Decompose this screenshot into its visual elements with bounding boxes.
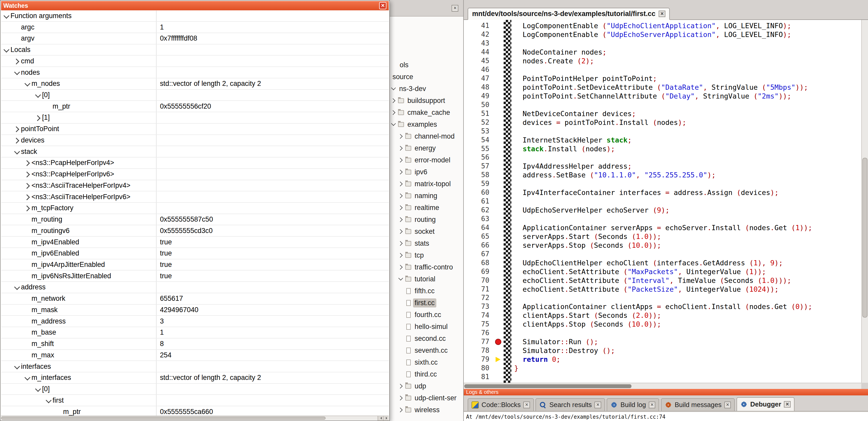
expand-arrow-icon[interactable] [391,97,398,104]
expand-arrow-icon[interactable] [398,169,405,175]
watch-row[interactable]: <ns3::PcapHelperForIpv4> [1,158,389,169]
expand-arrow-icon[interactable] [398,252,405,259]
tree-item-cmake-cache[interactable]: cmake_cache [390,107,463,119]
watch-row[interactable]: m_shift8 [1,338,389,350]
watch-row[interactable]: pointToPoint [1,124,389,135]
editor-markers[interactable] [493,20,504,383]
marker-cell[interactable] [493,48,504,57]
watch-row[interactable]: address [1,282,389,293]
tree-item-channel-mod[interactable]: channel-mod [390,131,463,142]
marker-cell[interactable] [493,136,504,144]
editor-hscrollbar[interactable] [464,383,861,389]
collapse-arrow-icon[interactable] [3,46,10,54]
expand-arrow-icon[interactable] [398,204,405,211]
marker-cell[interactable] [493,259,504,267]
tree-item-fourth-cc[interactable]: fourth.cc [390,309,463,321]
marker-cell[interactable] [493,118,504,127]
watches-hscrollbar[interactable] [1,416,389,420]
tree-item-socket[interactable]: socket [390,226,463,238]
tab-close-icon[interactable] [594,401,601,408]
expand-arrow-icon[interactable] [24,193,32,201]
expand-arrow-icon[interactable] [398,228,405,235]
marker-cell[interactable] [493,206,504,215]
scroll-left-arrow-icon[interactable] [378,416,383,420]
marker-cell[interactable] [493,302,504,311]
marker-cell[interactable] [493,267,504,276]
expand-arrow-icon[interactable] [24,204,32,212]
expand-arrow-icon[interactable] [398,395,405,401]
expand-arrow-icon[interactable] [391,109,398,116]
logs-tab-build-log[interactable]: Build log [607,398,659,411]
tree-item-seventh-cc[interactable]: seventh.cc [390,345,463,356]
tree-item-stats[interactable]: stats [390,238,463,250]
marker-cell[interactable] [493,101,504,109]
editor[interactable]: 4142434445464748495051525354555657585960… [464,20,861,383]
watch-row[interactable]: m_ipv6NsRsJitterEnabledtrue [1,270,389,282]
expand-arrow-icon[interactable] [24,182,32,189]
tree-item-first-cc[interactable]: first.cc [390,297,463,309]
logs-tab-search-results[interactable]: Search results [535,398,605,411]
expand-arrow-icon[interactable] [13,136,21,144]
watch-row[interactable]: <ns3::PcapHelperForIpv6> [1,169,389,180]
watch-row[interactable]: nodes [1,67,389,78]
expand-arrow-icon[interactable] [34,114,42,122]
expand-arrow-icon[interactable] [398,145,405,152]
marker-cell[interactable] [493,232,504,241]
watch-row[interactable]: m_ipv4Enabledtrue [1,237,389,248]
expand-arrow-icon[interactable] [398,407,405,414]
marker-cell[interactable] [493,250,504,259]
watch-row[interactable]: m_max254 [1,350,389,361]
watch-row[interactable]: cmd [1,56,389,67]
collapse-arrow-icon[interactable] [13,284,21,291]
watch-row[interactable]: m_ptr0x55555556cf20 [1,101,389,112]
expand-arrow-icon[interactable] [398,181,405,188]
marker-cell[interactable] [493,329,504,337]
marker-cell[interactable] [493,22,504,30]
marker-cell[interactable] [493,92,504,101]
collapse-arrow-icon[interactable] [13,68,21,76]
tree-item-naming[interactable]: naming [390,190,463,202]
watch-row[interactable]: Function arguments [1,10,389,22]
collapse-arrow-icon[interactable] [13,362,21,370]
tree-item-error-model[interactable]: error-model [390,154,463,166]
collapse-arrow-icon[interactable] [34,385,42,393]
watch-row[interactable]: m_base1 [1,327,389,338]
watch-row[interactable]: argv0x7fffffffdf08 [1,33,389,44]
watch-row[interactable]: interfaces [1,361,389,373]
watches-hscroll-thumb[interactable] [1,417,325,420]
marker-cell[interactable] [493,337,504,346]
breakpoint-icon[interactable] [495,339,501,345]
marker-cell[interactable] [493,276,504,285]
marker-cell[interactable] [493,197,504,206]
marker-cell[interactable] [493,346,504,355]
expand-arrow-icon[interactable] [13,125,21,133]
collapse-arrow-icon[interactable] [24,374,32,382]
watch-row[interactable]: m_tcpFactory [1,203,389,214]
tree-item-tutorial[interactable]: tutorial [390,273,463,285]
watch-row[interactable]: [0] [1,384,389,395]
tree-item-ipv6[interactable]: ipv6 [390,166,463,178]
vscroll-thumb[interactable] [862,158,867,317]
marker-cell[interactable] [493,320,504,329]
marker-cell[interactable] [493,223,504,232]
breakpoint-margin[interactable] [504,20,512,383]
watch-row[interactable]: m_nodesstd::vector of length 2, capacity… [1,78,389,90]
tree-item-source[interactable]: source [390,71,463,83]
marker-cell[interactable] [493,153,504,162]
marker-cell[interactable] [493,30,504,39]
expand-arrow-icon[interactable] [398,193,405,199]
tab-close-icon[interactable] [659,10,665,17]
marker-cell[interactable] [493,180,504,188]
watch-row[interactable]: m_address3 [1,316,389,327]
tree-item-buildsupport[interactable]: buildsupport [390,95,463,107]
watch-row[interactable]: m_routingv60x5555555cd3c0 [1,225,389,237]
marker-cell[interactable] [493,311,504,320]
tree-item-second-cc[interactable]: second.cc [390,333,463,345]
expand-arrow-icon[interactable] [398,264,405,271]
tree-item-ns-3-dev[interactable]: ns-3-dev [390,83,463,95]
tab-close-icon[interactable] [724,401,731,408]
editor-vscrollbar[interactable] [861,20,868,383]
watch-row[interactable]: [0] [1,90,389,101]
tab-close-icon[interactable] [784,401,790,408]
logs-tab-code-blocks[interactable]: Code::Blocks [468,398,534,411]
